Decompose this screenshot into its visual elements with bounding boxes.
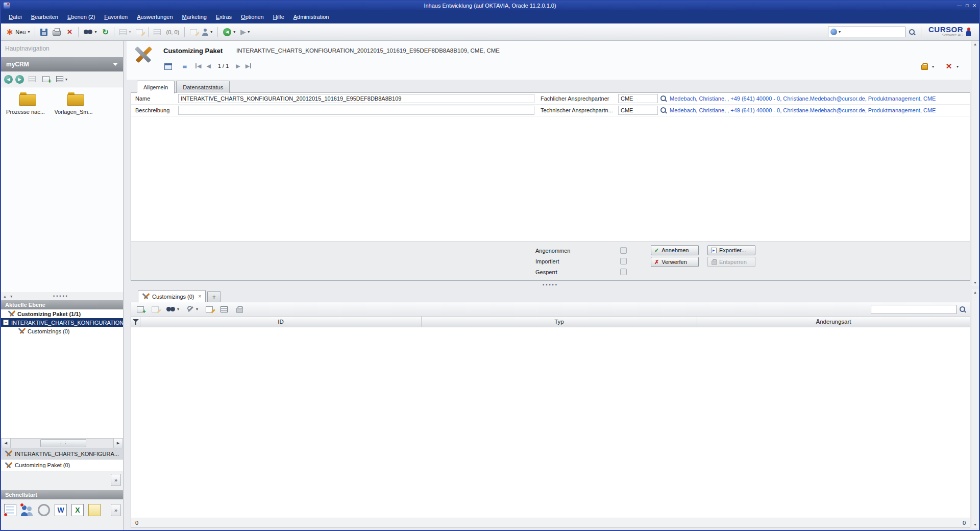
exportieren-button[interactable]: Exportier... [707, 245, 755, 255]
angenommen-checkbox[interactable] [620, 247, 627, 254]
minimize-button[interactable]: — [957, 3, 962, 8]
quickstart-data-icon[interactable] [4, 504, 16, 516]
menu-extras[interactable]: Extras [211, 11, 236, 22]
save-button[interactable] [38, 26, 50, 38]
new-folder-button[interactable] [40, 73, 52, 85]
annehmen-button[interactable]: ✓ Annehmen [651, 245, 699, 255]
quickstart-notes-icon[interactable] [88, 504, 101, 516]
technischer-ansprechpartner-field[interactable] [618, 106, 658, 115]
quickstart-contacts-icon[interactable] [21, 504, 33, 516]
list-view-button[interactable]: ≡ [179, 60, 190, 72]
scrollbar-track[interactable]: ⋮⋮ [11, 439, 113, 448]
table-view-button[interactable] [218, 303, 230, 316]
vertical-scrollbar-bottom[interactable]: ▲ ▼ [971, 289, 979, 528]
contact-button[interactable]: ▾ [200, 26, 214, 38]
chevron-down-icon[interactable]: ▾ [839, 30, 841, 34]
ebenen-item-paket[interactable]: Customizing Paket (0) [1, 460, 123, 471]
layers-button[interactable]: ▾ [117, 26, 133, 38]
lock-button[interactable] [919, 60, 930, 73]
column-aenderungsart[interactable]: Änderungsart [697, 317, 970, 327]
search-submit-button[interactable] [906, 26, 918, 38]
close-button[interactable]: ✕ [972, 3, 976, 8]
scrollbar-thumb[interactable]: ⋮⋮ [40, 439, 86, 447]
vertical-scrollbar-top[interactable]: ▲ ▼ [971, 41, 979, 286]
menu-optionen[interactable]: Optionen [236, 11, 268, 22]
chevron-down-icon[interactable]: ▾ [957, 64, 959, 69]
scroll-down-button[interactable]: ▼ [973, 279, 977, 286]
position-button[interactable] [152, 26, 163, 38]
scroll-right-button[interactable]: ▶ [113, 439, 122, 448]
tree-expander-icon[interactable]: − [3, 320, 9, 325]
column-typ[interactable]: Typ [422, 317, 697, 327]
quickstart-expand-button[interactable]: » [111, 504, 121, 516]
view-mode-button[interactable]: ▾ [54, 73, 69, 85]
lookup-icon[interactable] [660, 107, 667, 114]
quickstart-word-icon[interactable]: W [55, 504, 67, 516]
menu-ebenen[interactable]: Ebenen (2) [63, 11, 100, 22]
menu-auswertungen[interactable]: Auswertungen [132, 11, 177, 22]
menu-marketing[interactable]: Marketing [178, 11, 211, 22]
previous-record-button[interactable]: ◀ [206, 63, 210, 69]
tab-customizings[interactable]: Customizings (0) × [138, 290, 206, 302]
lock-list-button[interactable] [233, 303, 244, 316]
quick-search-input[interactable] [842, 29, 903, 35]
tree-item-customizing-paket[interactable]: Customizing Paket (1/1) [1, 309, 123, 318]
first-record-button[interactable]: ◀ [195, 63, 201, 69]
importiert-checkbox[interactable] [620, 258, 627, 264]
verwerfen-button[interactable]: ✗ Verwerfen [651, 257, 699, 267]
menu-favoriten[interactable]: Favoriten [100, 11, 132, 22]
attach-button[interactable] [188, 26, 199, 38]
table-body[interactable] [131, 327, 970, 518]
splitter-arrows-icon[interactable]: ▲ ▼ [3, 295, 14, 298]
tab-close-icon[interactable]: × [199, 294, 202, 299]
tree-item-selected[interactable]: − INTERAKTIVE_CHARTS_KONFIGURATION_ [1, 318, 123, 327]
next-record-button[interactable]: ▶ [236, 63, 240, 69]
folder-vorlagen[interactable]: Vorlagen_Sm... [52, 92, 99, 115]
technischer-contact-link[interactable]: Medebach, Christiane, , +49 (641) 40000 … [670, 107, 970, 113]
chevron-down-icon[interactable]: ▾ [932, 64, 934, 69]
beschreibung-field[interactable] [178, 106, 534, 115]
delete-button[interactable]: ✕ [64, 26, 75, 38]
nav-forward-button[interactable]: ▶ [15, 75, 24, 84]
tree-item-customizings[interactable]: Customizings (0) [1, 327, 123, 335]
scroll-left-button[interactable]: ◀ [2, 439, 11, 448]
ebenen-item-interaktive[interactable]: INTERAKTIVE_CHARTS_KONFIGURA... [1, 448, 123, 460]
collapse-icon[interactable] [113, 63, 118, 66]
last-record-button[interactable]: ▶ [246, 63, 251, 69]
ebenen-expand-button[interactable]: » [111, 474, 121, 486]
edit-table-button[interactable] [204, 303, 215, 316]
menu-datei[interactable]: Datei [4, 11, 27, 22]
copy-record-button[interactable] [150, 303, 161, 316]
name-field[interactable] [178, 94, 534, 103]
lookup-icon[interactable] [660, 95, 667, 102]
fachlicher-contact-link[interactable]: Medebach, Christiane, , +49 (641) 40000 … [670, 95, 970, 102]
entsperren-button[interactable]: Entsperren [707, 257, 755, 267]
copy-button[interactable] [134, 26, 145, 38]
tab-allgemein[interactable]: Allgemein [137, 81, 175, 93]
menu-bearbeiten[interactable]: Bearbeiten [27, 11, 63, 22]
menu-hilfe[interactable]: Hilfe [268, 11, 289, 22]
add-tab-button[interactable]: + [207, 291, 220, 302]
close-record-button[interactable]: ✕ [943, 60, 954, 73]
maximize-button[interactable]: □ [966, 3, 968, 8]
quickstart-excel-icon[interactable]: X [71, 504, 84, 516]
scroll-down-button[interactable]: ▼ [973, 521, 977, 528]
filter-header-cell[interactable] [131, 317, 140, 327]
scroll-up-button[interactable]: ▲ [973, 289, 977, 296]
tools-button[interactable]: ▾ [185, 303, 200, 316]
search-scope-icon[interactable] [830, 29, 837, 35]
table-search-input[interactable] [871, 305, 957, 314]
sidebar-splitter[interactable]: ▲ ▼ ••••• [1, 292, 123, 300]
calendar-button[interactable] [162, 60, 174, 72]
panel-splitter[interactable]: ••••• [131, 281, 970, 289]
magnifier-icon[interactable] [959, 306, 966, 313]
splitter-grip-icon[interactable]: ••••• [14, 294, 108, 299]
column-id[interactable]: ID [140, 317, 422, 327]
nav-up-button[interactable] [27, 73, 38, 85]
fachlicher-ansprechpartner-field[interactable] [618, 94, 658, 103]
tab-datensatzstatus[interactable]: Datensatzstatus [176, 81, 230, 93]
add-record-button[interactable] [135, 303, 146, 316]
nav-back-button[interactable]: ◀ [4, 75, 13, 84]
find-button[interactable]: ▾ [164, 303, 181, 316]
search-button[interactable]: ▾ [82, 26, 99, 38]
